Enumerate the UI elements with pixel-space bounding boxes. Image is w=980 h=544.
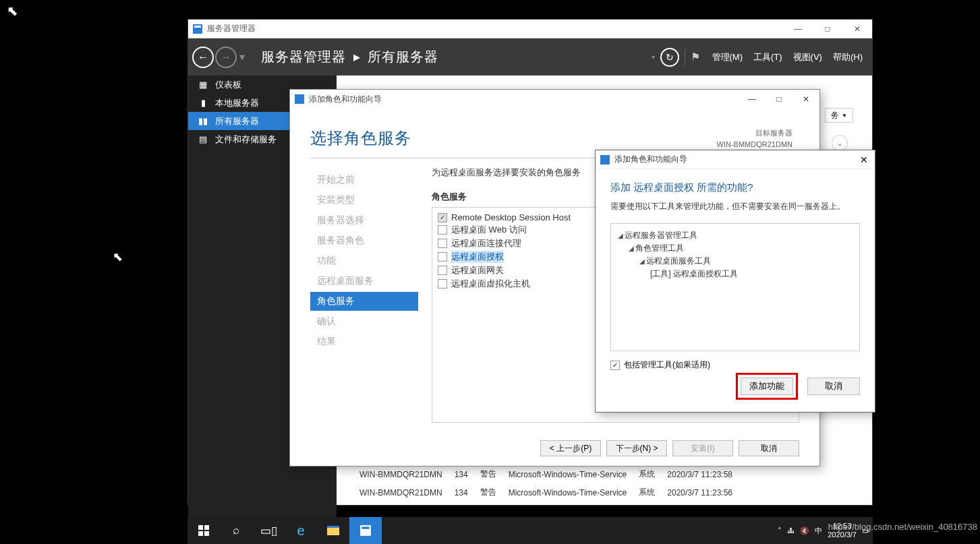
tree-caret-icon: ◢: [639, 258, 646, 265]
nav-forward-button[interactable]: →: [215, 47, 237, 68]
tree-node[interactable]: ◢远程桌面服务工具: [618, 255, 853, 268]
checkbox-icon[interactable]: [438, 266, 447, 275]
popup-heading: 添加 远程桌面授权 所需的功能?: [596, 169, 875, 201]
step-confirm[interactable]: 确认: [310, 312, 418, 331]
wizard-steps: 开始之前 安装类型 服务器选择 服务器角色 功能 远程桌面服务 角色服务 确认 …: [310, 167, 418, 428]
ime-icon[interactable]: 中: [815, 526, 822, 536]
include-mgmt-tools-checkbox[interactable]: ✓ 包括管理工具(如果适用): [596, 355, 875, 375]
cursor-icon: ⬉: [7, 3, 18, 19]
step-role-services[interactable]: 角色服务: [310, 292, 418, 311]
menu-manage[interactable]: 管理(M): [710, 51, 746, 63]
step-server-select[interactable]: 服务器选择: [310, 211, 418, 230]
tray-up-icon[interactable]: ˄: [778, 526, 782, 535]
checkbox-icon[interactable]: [438, 279, 447, 289]
dropdown-caret-icon[interactable]: ▾: [652, 53, 655, 61]
table-row[interactable]: WIN-BMMDQR21DMN 134 警告 Microsoft-Windows…: [354, 484, 738, 501]
step-install-type[interactable]: 安装类型: [310, 191, 418, 210]
menu-help[interactable]: 帮助(H): [830, 51, 865, 63]
maximize-button[interactable]: □: [766, 90, 792, 109]
nav-history-dropdown[interactable]: ▾: [239, 51, 249, 63]
menu-view[interactable]: 视图(V): [790, 51, 825, 63]
tree-node[interactable]: [工具] 远程桌面授权工具: [618, 268, 853, 280]
svg-rect-7: [204, 531, 209, 536]
divider: [685, 49, 685, 65]
checkbox-icon[interactable]: [438, 225, 447, 235]
start-button[interactable]: [188, 517, 220, 544]
svg-rect-3: [600, 155, 610, 164]
sidebar-item-label: 本地服务器: [215, 97, 259, 109]
collapse-button[interactable]: ⌄: [832, 135, 848, 151]
close-button[interactable]: ✕: [842, 20, 872, 38]
task-dropdown[interactable]: 务▼: [825, 108, 853, 123]
close-button[interactable]: ✕: [792, 90, 819, 109]
titlebar[interactable]: 服务器管理器 — □ ✕: [188, 20, 872, 38]
svg-rect-5: [204, 525, 209, 530]
tree-caret-icon: ◢: [618, 232, 625, 239]
checkbox-icon[interactable]: [438, 239, 447, 248]
wizard-titlebar[interactable]: 添加角色和功能向导 — □ ✕: [290, 90, 819, 109]
menu-tools[interactable]: 工具(T): [751, 51, 785, 63]
server-manager-icon: [192, 24, 203, 34]
next-button[interactable]: 下一步(N) >: [606, 440, 667, 456]
taskbar: ⌕ ▭▯ e ˄ 🖧 🔇 中 12:53 2020/3/7 ▭: [188, 517, 873, 544]
close-button[interactable]: ✕: [853, 150, 875, 169]
notifications-flag-icon[interactable]: ⚑: [691, 51, 704, 63]
cancel-button[interactable]: 取消: [807, 377, 860, 395]
step-features[interactable]: 功能: [310, 251, 418, 270]
tree-node[interactable]: ◢远程服务器管理工具: [618, 229, 853, 242]
add-features-popup: 添加角色和功能向导 ✕ 添加 远程桌面授权 所需的功能? 需要使用以下工具来管理…: [595, 150, 875, 413]
local-server-icon: ▮: [198, 98, 208, 109]
table-row[interactable]: WIN-BMMDQR21DMN 134 警告 Microsoft-Windows…: [354, 466, 738, 483]
popup-description: 需要使用以下工具来管理此功能，但不需要安装在同一服务器上。: [596, 201, 875, 219]
sidebar-item-label: 所有服务器: [215, 115, 259, 127]
wizard-title: 添加角色和功能向导: [309, 94, 739, 105]
target-server-info: 目标服务器 WIN-BMMDQR21DMN: [717, 127, 792, 150]
cursor-icon: ⬉: [113, 249, 123, 264]
ie-button[interactable]: e: [285, 517, 317, 544]
network-icon[interactable]: 🖧: [787, 526, 795, 535]
events-table: WIN-BMMDQR21DMN 134 警告 Microsoft-Windows…: [353, 464, 739, 502]
tree-node[interactable]: ◢角色管理工具: [618, 242, 853, 255]
explorer-button[interactable]: [317, 517, 349, 544]
popup-title: 添加角色和功能向导: [614, 154, 853, 165]
checkbox-checked-icon[interactable]: ✓: [610, 361, 620, 370]
windows-logo-icon: [198, 525, 209, 536]
breadcrumb-separator-icon: ▸: [353, 49, 361, 64]
prev-button[interactable]: < 上一步(P): [540, 440, 601, 456]
volume-icon[interactable]: 🔇: [800, 526, 809, 535]
popup-titlebar[interactable]: 添加角色和功能向导 ✕: [596, 150, 875, 169]
minimize-button[interactable]: —: [783, 20, 813, 38]
search-button[interactable]: ⌕: [220, 517, 252, 544]
svg-rect-6: [198, 531, 203, 536]
breadcrumb[interactable]: 服务器管理器 ▸ 所有服务器: [261, 48, 438, 66]
step-server-roles[interactable]: 服务器角色: [310, 231, 418, 250]
nav-back-button[interactable]: ←: [192, 47, 214, 68]
maximize-button[interactable]: □: [813, 20, 842, 38]
refresh-button[interactable]: ↻: [660, 48, 679, 67]
server-manager-icon: [359, 524, 372, 537]
add-features-button[interactable]: 添加功能: [741, 377, 793, 395]
minimize-button[interactable]: —: [739, 90, 766, 109]
svg-rect-9: [362, 526, 369, 528]
sidebar-item-label: 文件和存储服务: [215, 133, 277, 146]
step-results[interactable]: 结果: [310, 332, 418, 351]
watermark: https://blog.csdn.net/weixin_40816738: [828, 522, 977, 532]
wizard-icon: [600, 154, 610, 165]
cancel-button[interactable]: 取消: [739, 440, 799, 456]
checkbox-icon[interactable]: [438, 252, 447, 262]
popup-footer: 添加功能 取消: [736, 373, 860, 400]
all-servers-icon: ▮▮: [198, 116, 208, 127]
svg-rect-4: [198, 525, 203, 530]
task-view-button[interactable]: ▭▯: [252, 517, 285, 544]
step-before[interactable]: 开始之前: [310, 171, 418, 189]
step-rds[interactable]: 远程桌面服务: [310, 272, 418, 291]
install-button: 安装(I): [672, 440, 733, 456]
features-tree: ◢远程服务器管理工具 ◢角色管理工具 ◢远程桌面服务工具 [工具] 远程桌面授权…: [610, 223, 860, 351]
server-manager-task-button[interactable]: [349, 517, 382, 544]
sidebar-item-label: 仪表板: [215, 79, 241, 91]
file-storage-icon: ▤: [198, 134, 208, 145]
checkbox-checked-icon[interactable]: ✓: [438, 213, 447, 222]
breadcrumb-current: 所有服务器: [368, 49, 438, 64]
wizard-icon: [294, 94, 305, 104]
svg-rect-2: [295, 94, 304, 104]
